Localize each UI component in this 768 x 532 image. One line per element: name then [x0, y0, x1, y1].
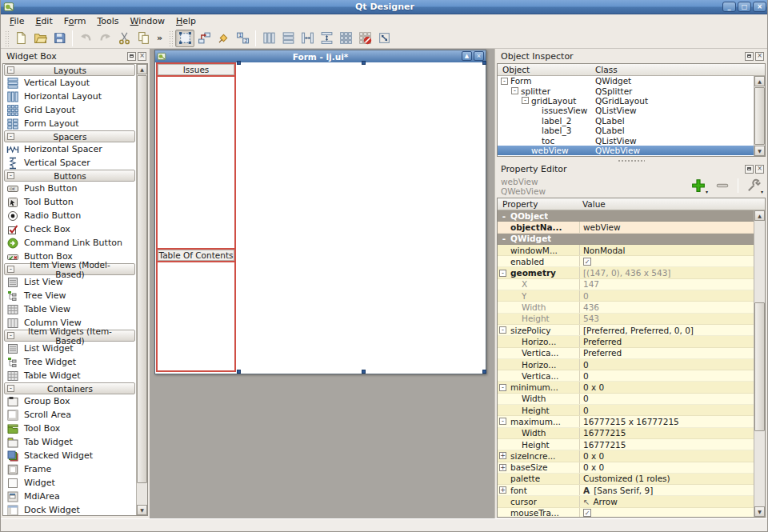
- collapse-icon[interactable]: -: [7, 385, 14, 392]
- property-editor-scrollbar[interactable]: ▲ ▼: [754, 210, 765, 517]
- property-value[interactable]: 0: [579, 394, 754, 404]
- form-window[interactable]: Form - lj.ui* ▲ × Issues Table Of Conten…: [154, 50, 486, 374]
- property-value[interactable]: Customized (1 roles): [579, 474, 754, 484]
- widget-item-group-box[interactable]: Group Box: [3, 394, 136, 408]
- inspector-row-webView[interactable]: webViewQWebView: [498, 146, 754, 155]
- property-row-minimum[interactable]: -minimum...0 x 0: [498, 382, 754, 393]
- tree-expander-icon[interactable]: -: [499, 384, 506, 391]
- tree-expander-icon[interactable]: -: [502, 234, 506, 243]
- widget-item-vertical-layout[interactable]: Vertical Layout: [3, 76, 136, 90]
- copy-button[interactable]: [134, 30, 153, 47]
- tree-expander-icon[interactable]: +: [499, 486, 506, 494]
- property-value[interactable]: 543: [579, 314, 754, 324]
- property-value[interactable]: 147: [579, 279, 754, 290]
- property-value[interactable]: 436: [579, 302, 754, 312]
- object-inspector-header[interactable]: Object Class: [498, 64, 765, 76]
- menu-tools[interactable]: Tools: [91, 15, 124, 27]
- property-value[interactable]: [Preferred, Preferred, 0, 0]: [579, 325, 754, 335]
- close-dock-icon[interactable]: ×: [755, 52, 764, 61]
- inspector-row-gridLayout[interactable]: -gridLayoutQGridLayout: [498, 96, 754, 106]
- property-group-qobject[interactable]: -QObject: [498, 210, 754, 222]
- close-dock-icon[interactable]: ×: [755, 165, 764, 174]
- widget-item-grid-layout[interactable]: Grid Layout: [3, 103, 136, 117]
- tree-expander-icon[interactable]: -: [499, 326, 506, 334]
- open-folder-button[interactable]: [30, 30, 50, 47]
- new-file-button[interactable]: [11, 30, 30, 47]
- property-value[interactable]: ✓: [579, 256, 754, 266]
- checkbox-icon[interactable]: ✓: [583, 258, 591, 266]
- form-canvas[interactable]: Issues Table Of Contents: [155, 62, 486, 374]
- widget-item-radio-button[interactable]: Radio Button: [3, 209, 136, 222]
- form-close-button[interactable]: ×: [474, 51, 484, 61]
- scroll-thumb[interactable]: [754, 302, 765, 431]
- property-value[interactable]: 0: [579, 359, 754, 370]
- tree-expander-icon[interactable]: +: [499, 464, 506, 471]
- tree-expander-icon[interactable]: -: [499, 418, 506, 425]
- widget-box-scrollbar[interactable]: ▲ ▼: [136, 64, 147, 515]
- form-window-titlebar[interactable]: Form - lj.ui* ▲ ×: [155, 50, 486, 62]
- property-row-vertica[interactable]: Vertica...Preferred: [498, 348, 754, 359]
- splitter-horizontal-button[interactable]: [298, 30, 317, 47]
- form-minimize-button[interactable]: ▲: [462, 51, 472, 61]
- widget-item-push-button[interactable]: OKPush Button: [3, 182, 136, 195]
- checkbox-icon[interactable]: ✓: [583, 509, 591, 517]
- property-row-cursor[interactable]: cursor↖Arrow: [498, 496, 754, 507]
- widget-item-widget[interactable]: Widget: [3, 476, 136, 490]
- widget-item-scroll-area[interactable]: Scroll Area: [3, 408, 136, 422]
- close-button[interactable]: ×: [753, 2, 766, 12]
- scroll-down-icon[interactable]: ▼: [754, 146, 765, 156]
- category-layouts[interactable]: -Layouts: [4, 64, 135, 76]
- property-value[interactable]: Preferred: [579, 336, 754, 346]
- property-value[interactable]: NonModal: [579, 245, 754, 255]
- float-dock-icon[interactable]: [127, 52, 136, 61]
- menu-window[interactable]: Window: [125, 15, 170, 27]
- edit-buddies-button[interactable]: [214, 30, 233, 47]
- object-inspector-titlebar[interactable]: Object Inspector ×: [495, 49, 767, 63]
- inspector-row-toc[interactable]: tocQListView: [498, 135, 754, 145]
- widget-item-vertical-spacer[interactable]: Vertical Spacer: [3, 156, 136, 170]
- property-row-horizo[interactable]: Horizo...0: [498, 359, 754, 370]
- widget-item-form-layout[interactable]: Form Layout: [3, 117, 136, 130]
- toc-list-view[interactable]: [157, 262, 235, 371]
- column-class[interactable]: Class: [595, 65, 618, 74]
- category-containers[interactable]: -Containers: [4, 382, 135, 394]
- property-row-width[interactable]: Width16777215: [498, 428, 754, 439]
- selection-handle[interactable]: [362, 61, 366, 65]
- property-row-height[interactable]: Height0: [498, 405, 754, 416]
- property-value[interactable]: A[Sans Serif, 9]: [579, 485, 754, 495]
- widget-item-tree-view[interactable]: Tree View: [3, 289, 136, 302]
- widget-item-table-widget[interactable]: Table Widget: [3, 369, 136, 382]
- category-item[interactable]: -Item Widgets (Item-Based): [4, 330, 135, 342]
- widget-item-stacked-widget[interactable]: Stacked Widget: [3, 449, 136, 462]
- close-dock-icon[interactable]: ×: [138, 52, 146, 61]
- adjust-size-button[interactable]: [374, 30, 394, 47]
- tree-expander-icon[interactable]: -: [501, 78, 508, 85]
- undo-button[interactable]: [76, 30, 95, 47]
- property-value[interactable]: 0: [579, 370, 754, 381]
- column-property[interactable]: Property: [502, 199, 538, 209]
- property-editor-titlebar[interactable]: Property Editor ×: [495, 162, 767, 176]
- property-value[interactable]: Preferred: [579, 348, 754, 358]
- selection-handle[interactable]: [237, 370, 241, 374]
- inspector-row-label_2[interactable]: label_2QLabel: [498, 116, 754, 126]
- float-dock-icon[interactable]: [745, 165, 754, 174]
- scroll-down-icon[interactable]: ▼: [754, 506, 765, 517]
- property-row-mousetra[interactable]: mouseTra...✓: [498, 508, 754, 518]
- toolbar-overflow-button[interactable]: »: [153, 33, 166, 43]
- property-row-font[interactable]: +fontA[Sans Serif, 9]: [498, 485, 754, 496]
- selection-handle[interactable]: [237, 61, 241, 65]
- save-button[interactable]: [50, 30, 69, 47]
- property-row-vertica[interactable]: Vertica...0: [498, 370, 754, 382]
- collapse-icon[interactable]: -: [7, 172, 14, 179]
- collapse-icon[interactable]: -: [7, 133, 14, 140]
- layout-grid-button[interactable]: [336, 30, 355, 47]
- category-buttons[interactable]: -Buttons: [4, 170, 135, 182]
- property-group-qwidget[interactable]: -QWidget: [498, 234, 754, 245]
- toolbar-drag-handle[interactable]: [5, 30, 9, 46]
- property-value[interactable]: 16777215 x 16777215: [579, 416, 754, 426]
- property-row-x[interactable]: X147: [498, 279, 754, 290]
- redo-button[interactable]: [95, 30, 114, 47]
- widget-item-tool-button[interactable]: Tool Button: [3, 195, 136, 209]
- inspector-row-issuesView[interactable]: issuesViewQListView: [498, 106, 754, 115]
- edit-taborder-button[interactable]: 12: [233, 30, 252, 47]
